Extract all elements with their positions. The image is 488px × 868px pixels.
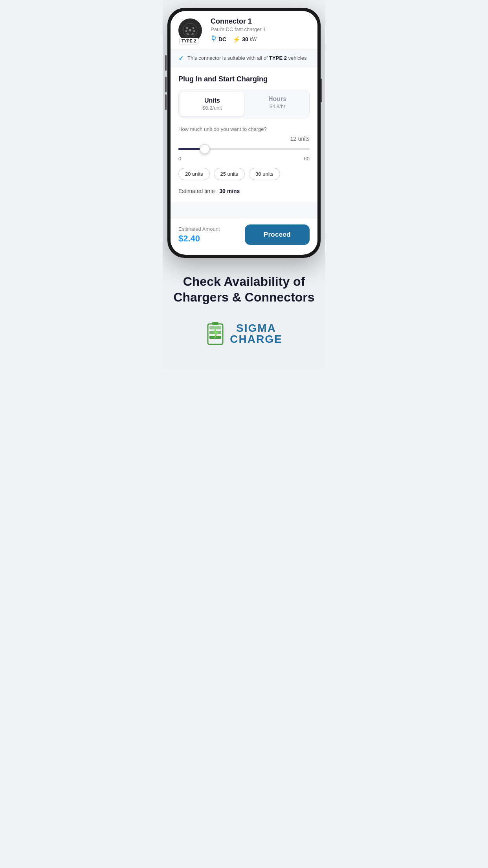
slider-unit: units xyxy=(298,136,310,142)
quick-chips: 20 units 25 units 30 units xyxy=(178,168,310,180)
estimated-amount-section: Estimated Amount $2.40 xyxy=(178,226,220,244)
chip-20[interactable]: 20 units xyxy=(178,168,210,180)
section-title: Plug In and Start Charging xyxy=(178,75,310,83)
slider-track xyxy=(178,148,310,150)
tab-units[interactable]: Units $0.2/unit xyxy=(180,92,244,116)
charge-tabs: Units $0.2/unit Hours $4.8/hr xyxy=(178,90,310,118)
tagline: Check Availability of Chargers & Connect… xyxy=(172,274,316,305)
connector-svg xyxy=(182,22,198,38)
below-phone-section: Check Availability of Chargers & Connect… xyxy=(163,258,325,354)
slider-thumb[interactable] xyxy=(200,144,210,154)
phone-mockup: TYPE 2 Connector 1 Paul's DC fast charge… xyxy=(167,8,321,258)
check-icon: ✓ xyxy=(178,55,183,62)
estimated-amount-label: Estimated Amount xyxy=(178,226,220,232)
estimated-time: Estimated time : 30 mins xyxy=(178,188,310,194)
compat-text: This connector is suitable with all of T… xyxy=(187,55,306,62)
slider-question: How much unit do you want to charge? xyxy=(178,126,310,132)
slider-section: How much unit do you want to charge? 12 … xyxy=(178,126,310,162)
logo-area: SIGMA CHARGE xyxy=(172,321,316,346)
bottom-bar: Estimated Amount $2.40 Proceed xyxy=(171,218,317,254)
phone-screen: TYPE 2 Connector 1 Paul's DC fast charge… xyxy=(171,11,317,255)
type-badge: TYPE 2 xyxy=(179,38,198,44)
connector-subname: Paul's DC fast charger 1 xyxy=(211,26,310,32)
compat-notice: ✓ This connector is suitable with all of… xyxy=(171,50,317,67)
svg-point-2 xyxy=(186,27,188,29)
logo-charge: CHARGE xyxy=(230,334,282,345)
power-value: 30 xyxy=(242,36,248,42)
connector-name: Connector 1 xyxy=(211,17,310,26)
slider-labels: 0 60 xyxy=(178,156,310,162)
tab-hours-label: Hours xyxy=(251,96,304,103)
estimated-time-value: 30 mins xyxy=(219,188,240,194)
svg-point-1 xyxy=(189,29,191,31)
bolt-icon: ⚡ xyxy=(233,36,240,43)
power-unit: kW xyxy=(250,37,257,42)
chip-30[interactable]: 30 units xyxy=(249,168,280,180)
svg-point-3 xyxy=(193,27,194,29)
logo-text: SIGMA CHARGE xyxy=(230,323,282,345)
connector-card: TYPE 2 Connector 1 Paul's DC fast charge… xyxy=(171,11,317,50)
tab-hours-price: $4.8/hr xyxy=(251,103,304,109)
svg-rect-9 xyxy=(212,322,218,325)
charging-section: Plug In and Start Charging Units $0.2/un… xyxy=(171,67,317,202)
power-spec: ⚡ 30 kW xyxy=(233,36,257,43)
current-type-label: DC xyxy=(218,36,226,42)
estimated-amount-value: $2.40 xyxy=(178,234,220,244)
tab-hours[interactable]: Hours $4.8/hr xyxy=(246,90,309,118)
logo-sigma: SIGMA xyxy=(230,323,282,334)
tab-units-label: Units xyxy=(186,97,238,104)
tagline-line1: Check Availability of xyxy=(183,274,305,289)
slider-wrap[interactable] xyxy=(178,145,310,153)
chip-25[interactable]: 25 units xyxy=(214,168,245,180)
connector-icon-wrap: TYPE 2 xyxy=(178,18,206,42)
tagline-line2: Chargers & Connectors xyxy=(173,290,314,304)
proceed-button[interactable]: Proceed xyxy=(245,224,310,245)
slider-min: 0 xyxy=(178,156,181,162)
dc-icon xyxy=(211,35,217,43)
svg-point-4 xyxy=(185,30,187,32)
estimated-time-label: Estimated time : xyxy=(178,188,218,194)
svg-point-5 xyxy=(193,30,195,32)
connector-info: Connector 1 Paul's DC fast charger 1 xyxy=(211,17,310,43)
slider-value: 12 units xyxy=(290,135,310,142)
connector-specs: DC ⚡ 30 kW xyxy=(211,35,310,43)
tab-units-price: $0.2/unit xyxy=(186,105,238,111)
slider-max: 60 xyxy=(304,156,310,162)
logo-battery-icon xyxy=(205,321,225,346)
current-type-spec: DC xyxy=(211,35,226,43)
